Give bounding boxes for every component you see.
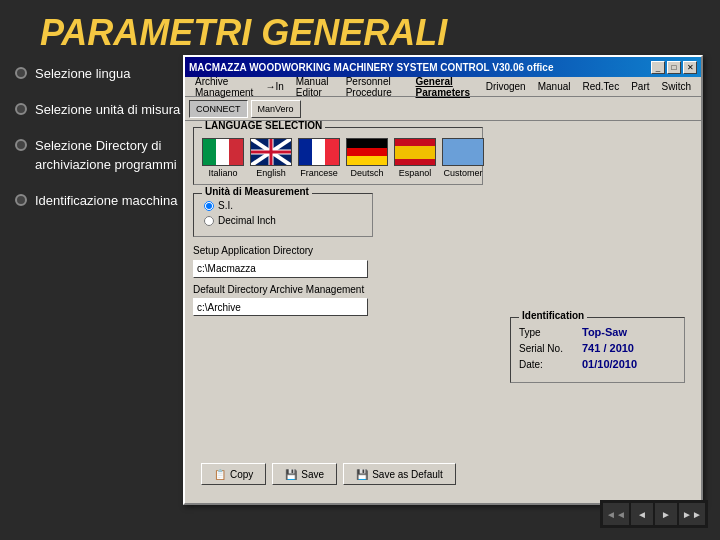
- bullet-dot-2: [15, 103, 27, 115]
- radio-si-input[interactable]: [204, 201, 214, 211]
- flag-it-label: Italiano: [208, 168, 237, 178]
- default-dir-input[interactable]: [193, 298, 368, 316]
- copy-button[interactable]: 📋 Copy: [201, 463, 266, 485]
- default-dir-label: Default Directory Archive Management: [193, 284, 483, 295]
- id-row-type: Type Top-Saw: [519, 326, 676, 338]
- save-default-button[interactable]: 💾 Save as Default: [343, 463, 456, 485]
- menu-redtec[interactable]: Red.Tec: [577, 79, 626, 94]
- id-type-value: Top-Saw: [582, 326, 627, 338]
- radio-si: S.I.: [204, 200, 362, 211]
- bottom-buttons: 📋 Copy 💾 Save 💾 Save as Default: [201, 463, 456, 485]
- units-section: Unità di Measurement S.I. Decimal Inch: [193, 193, 373, 237]
- menu-switch[interactable]: Switch: [656, 79, 697, 94]
- content-area: LANGUAGE SELECTION Italiano: [185, 121, 701, 499]
- units-section-label: Unità di Measurement: [202, 186, 312, 197]
- copy-icon: 📋: [214, 469, 226, 480]
- bullet-text-1: Selezione lingua: [35, 65, 130, 83]
- menu-archive[interactable]: Archive Management: [189, 74, 259, 100]
- flag-espanol[interactable]: Espanol: [394, 138, 436, 178]
- window-controls: _ □ ✕: [651, 61, 697, 74]
- nav-arrows: ◄◄ ◄ ► ►►: [600, 500, 708, 528]
- menu-drivogen[interactable]: Drivogen: [480, 79, 532, 94]
- flag-it-icon: [202, 138, 244, 166]
- close-button[interactable]: ✕: [683, 61, 697, 74]
- bullet-text-4: Identificazione macchina: [35, 192, 177, 210]
- flag-customer[interactable]: Customer: [442, 138, 484, 178]
- window-title: MACMAZZA WOODWORKING MACHINERY SYSTEM CO…: [189, 62, 553, 73]
- id-row-date: Date: 01/10/2010: [519, 358, 676, 370]
- flag-de-icon: [346, 138, 388, 166]
- setup-dir-label: Setup Application Directory: [193, 245, 483, 256]
- save-default-label: Save as Default: [372, 469, 443, 480]
- bullet-dot-1: [15, 67, 27, 79]
- radio-decimal-label: Decimal Inch: [218, 215, 276, 226]
- bullet-dot-4: [15, 194, 27, 206]
- copy-label: Copy: [230, 469, 253, 480]
- maximize-button[interactable]: □: [667, 61, 681, 74]
- nav-last[interactable]: ►►: [679, 503, 705, 525]
- bullet-dot-3: [15, 139, 27, 151]
- bullet-item-1: Selezione lingua: [15, 65, 190, 83]
- bullet-item-3: Selezione Directory di archiviazione pro…: [15, 137, 190, 173]
- bullet-text-2: Selezione unità di misura: [35, 101, 180, 119]
- flag-fr-icon: [298, 138, 340, 166]
- id-date-value: 01/10/2010: [582, 358, 637, 370]
- bullet-list: Selezione lingua Selezione unità di misu…: [15, 65, 190, 228]
- toolbar: CONNECT ManVero: [185, 97, 701, 121]
- bullet-item-4: Identificazione macchina: [15, 192, 190, 210]
- left-column: LANGUAGE SELECTION Italiano: [193, 127, 483, 316]
- save-icon: 💾: [285, 469, 297, 480]
- flag-de-label: Deutsch: [350, 168, 383, 178]
- id-row-serial: Serial No. 741 / 2010: [519, 342, 676, 354]
- page-title: PARAMETRI GENERALI: [40, 12, 447, 54]
- setup-dir-input[interactable]: [193, 260, 368, 278]
- save-button[interactable]: 💾 Save: [272, 463, 337, 485]
- language-section: LANGUAGE SELECTION Italiano: [193, 127, 483, 185]
- flag-francais[interactable]: Francese: [298, 138, 340, 178]
- nav-first[interactable]: ◄◄: [603, 503, 629, 525]
- bullet-item-2: Selezione unità di misura: [15, 101, 190, 119]
- flag-row: Italiano: [202, 138, 474, 178]
- radio-si-label: S.I.: [218, 200, 233, 211]
- flag-deutsch[interactable]: Deutsch: [346, 138, 388, 178]
- id-type-key: Type: [519, 327, 574, 338]
- setup-dir-section: Setup Application Directory: [193, 245, 483, 278]
- radio-decimal-input[interactable]: [204, 216, 214, 226]
- flag-es-label: Espanol: [399, 168, 432, 178]
- flag-en-icon: [250, 138, 292, 166]
- default-dir-section: Default Directory Archive Management: [193, 284, 483, 317]
- flag-en-label: English: [256, 168, 286, 178]
- flag-cu-label: Customer: [443, 168, 482, 178]
- main-window: MACMAZZA WOODWORKING MACHINERY SYSTEM CO…: [183, 55, 703, 505]
- flag-cu-icon: [442, 138, 484, 166]
- nav-next[interactable]: ►: [655, 503, 677, 525]
- id-serial-value: 741 / 2010: [582, 342, 634, 354]
- id-date-key: Date:: [519, 359, 574, 370]
- menu-part[interactable]: Part: [625, 79, 655, 94]
- menu-in[interactable]: →In: [259, 79, 289, 94]
- language-section-label: LANGUAGE SELECTION: [202, 121, 325, 131]
- identification-box: Identification Type Top-Saw Serial No. 7…: [510, 317, 685, 383]
- menu-general[interactable]: General Parameters: [410, 74, 480, 100]
- bullet-text-3: Selezione Directory di archiviazione pro…: [35, 137, 190, 173]
- radio-decimal: Decimal Inch: [204, 215, 362, 226]
- flag-es-icon: [394, 138, 436, 166]
- menu-manual-editor[interactable]: Manual Editor: [290, 74, 340, 100]
- menu-bar: Archive Management →In Manual Editor Per…: [185, 77, 701, 97]
- manvero-button[interactable]: ManVero: [251, 100, 301, 118]
- nav-prev[interactable]: ◄: [631, 503, 653, 525]
- flag-italiano[interactable]: Italiano: [202, 138, 244, 178]
- id-box-label: Identification: [519, 310, 587, 321]
- connect-button[interactable]: CONNECT: [189, 100, 248, 118]
- save-label: Save: [301, 469, 324, 480]
- minimize-button[interactable]: _: [651, 61, 665, 74]
- menu-manual[interactable]: Manual: [532, 79, 577, 94]
- flag-english[interactable]: English: [250, 138, 292, 178]
- id-serial-key: Serial No.: [519, 343, 574, 354]
- menu-personnel[interactable]: Personnel Procedure: [340, 74, 410, 100]
- content-inner: LANGUAGE SELECTION Italiano: [193, 127, 693, 493]
- flag-fr-label: Francese: [300, 168, 338, 178]
- save-default-icon: 💾: [356, 469, 368, 480]
